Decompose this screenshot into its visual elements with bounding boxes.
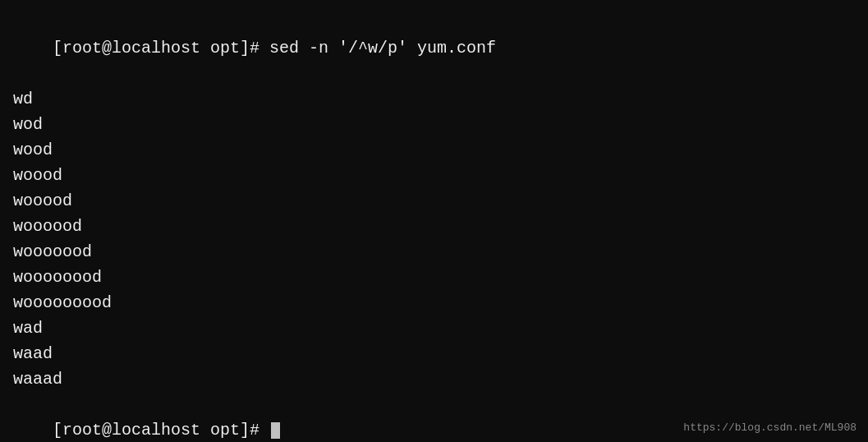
output-line: waaad <box>13 366 855 392</box>
output-line: wad <box>13 315 855 341</box>
output-line: woooooood <box>13 265 855 290</box>
output-line: wooooood <box>13 239 855 265</box>
cursor-block <box>271 422 280 439</box>
output-line: wd <box>13 86 855 112</box>
command-line: [root@localhost opt]# sed -n '/^w/p' yum… <box>13 10 855 86</box>
output-block: wdwodwoodwooodwoooodwooooodwoooooodwoooo… <box>13 86 855 392</box>
prompt-end-line: [root@localhost opt]# <box>13 392 855 442</box>
terminal-window[interactable]: [root@localhost opt]# sed -n '/^w/p' yum… <box>0 0 868 442</box>
output-line: waad <box>13 341 855 366</box>
output-line: woooood <box>13 214 855 239</box>
command-text: sed -n '/^w/p' yum.conf <box>269 39 496 58</box>
output-line: woood <box>13 163 855 188</box>
watermark-text: https://blog.csdn.net/ML908 <box>683 421 857 434</box>
prompt-start: [root@localhost opt]# <box>53 39 269 58</box>
prompt-end: [root@localhost opt]# <box>53 421 269 440</box>
output-line: wood <box>13 137 855 163</box>
output-line: wooood <box>13 188 855 214</box>
output-line: wooooooood <box>13 290 855 315</box>
output-line: wod <box>13 112 855 137</box>
